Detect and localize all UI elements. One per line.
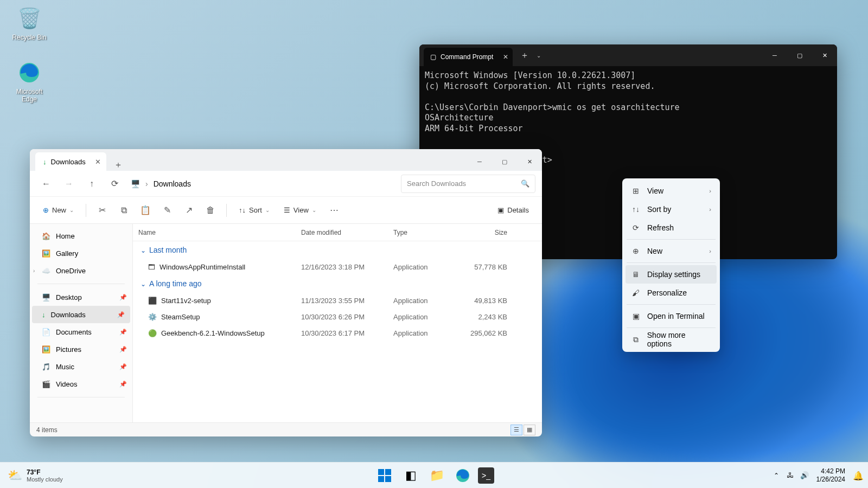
sidebar-downloads[interactable]: ↓Downloads📌 [32, 306, 130, 323]
desktop-icon-edge[interactable]: Microsoft Edge [9, 60, 50, 103]
col-date[interactable]: Date modified [296, 229, 388, 236]
pc-icon[interactable]: 🖥️ [131, 179, 140, 188]
sort-icon: ↑↓ [631, 205, 641, 214]
cut-icon[interactable]: ✂ [93, 201, 111, 220]
group-last-month[interactable]: Last month [133, 241, 542, 259]
weather-cond: Mostly cloudy [27, 476, 63, 483]
explorer-new-tab[interactable]: ＋ [106, 159, 130, 171]
pictures-icon: 🖼️ [42, 345, 50, 354]
maximize-button[interactable]: ▢ [787, 44, 812, 66]
taskbar-terminal[interactable]: >_ [478, 467, 494, 484]
view-icon: ⊞ [631, 187, 641, 195]
volume-icon[interactable]: 🔊 [800, 471, 809, 479]
sidebar-pictures[interactable]: 🖼️Pictures📌 [30, 341, 132, 358]
start-button[interactable] [374, 465, 395, 486]
chevron-right-icon[interactable]: › [145, 179, 148, 188]
chevron-right-icon: › [709, 248, 711, 254]
taskbar-clock[interactable]: 4:42 PM 1/26/2024 [816, 467, 845, 483]
file-row[interactable]: 🗔WindowsAppRuntimeInstall 12/16/2023 3:1… [133, 259, 542, 275]
sidebar-home[interactable]: 🏠Home [30, 227, 132, 245]
app-icon: 🟢 [148, 329, 157, 337]
back-button[interactable]: ← [36, 174, 56, 194]
sidebar-gallery[interactable]: 🖼️Gallery [30, 245, 132, 262]
file-row[interactable]: ⚙️SteamSetup 10/30/2023 6:26 PMApplicati… [133, 309, 542, 325]
search-input[interactable]: Search Downloads 🔍 [401, 175, 535, 193]
file-row[interactable]: 🟢Geekbench-6.2.1-WindowsSetup 10/30/2023… [133, 325, 542, 341]
close-button[interactable]: ✕ [517, 152, 542, 171]
taskview-button[interactable]: ◧ [400, 465, 422, 486]
desktop-icon: 🖥️ [42, 293, 50, 301]
desktop-icon-recycle-bin[interactable]: 🗑️ Recycle Bin [9, 5, 50, 41]
forward-button[interactable]: → [59, 174, 79, 194]
maximize-button[interactable]: ▢ [492, 152, 517, 171]
col-size[interactable]: Size [458, 229, 513, 236]
pin-icon[interactable]: 📌 [119, 381, 127, 388]
sidebar-documents[interactable]: 📄Documents📌 [30, 323, 132, 341]
chevron-right-icon[interactable]: › [33, 268, 35, 274]
share-icon[interactable]: ↗ [180, 201, 198, 220]
details-button[interactable]: ▣Details [492, 201, 534, 220]
ctx-refresh[interactable]: ⟳Refresh [626, 219, 717, 237]
weather-icon: ⛅ [8, 468, 22, 483]
breadcrumb-current[interactable]: Downloads [154, 179, 191, 188]
sidebar-videos[interactable]: 🎬Videos📌 [30, 375, 132, 393]
sort-button[interactable]: ↑↓Sort⌄ [233, 201, 275, 220]
ctx-show-more[interactable]: ⧉Show more options [626, 330, 717, 349]
ctx-open-terminal[interactable]: ▣Open in Terminal [626, 307, 717, 325]
sidebar-desktop[interactable]: 🖥️Desktop📌 [30, 288, 132, 306]
group-long-ago[interactable]: A long time ago [133, 275, 542, 292]
ctx-view[interactable]: ⊞View› [626, 182, 717, 200]
pin-icon[interactable]: 📌 [117, 311, 125, 318]
terminal-tab[interactable]: ▢ Command Prompt ✕ [424, 48, 513, 66]
explorer-address-bar: ← → ↑ ⟳ 🖥️ › Downloads Search Downloads … [30, 171, 542, 197]
sidebar-music[interactable]: 🎵Music📌 [30, 358, 132, 375]
delete-icon[interactable]: 🗑 [201, 201, 220, 220]
taskbar-weather[interactable]: ⛅ 73°F Mostly cloudy [8, 468, 63, 483]
pin-icon[interactable]: 📌 [119, 294, 127, 301]
ctx-display-settings[interactable]: 🖥Display settings [626, 265, 717, 284]
new-button[interactable]: ⊕New⌄ [37, 201, 79, 220]
column-headers: Name Date modified Type Size [133, 224, 542, 241]
details-view-button[interactable]: ☰ [510, 425, 522, 435]
view-button[interactable]: ☰View⌄ [278, 201, 322, 220]
refresh-icon: ⟳ [631, 223, 641, 232]
ctx-new[interactable]: ⊕New› [626, 242, 717, 260]
clock-date: 1/26/2024 [816, 476, 845, 483]
sidebar-onedrive[interactable]: ›☁️OneDrive [30, 262, 132, 279]
col-name[interactable]: Name [133, 229, 296, 236]
taskbar-explorer[interactable]: 📁 [426, 465, 448, 486]
search-icon: 🔍 [521, 179, 529, 188]
pin-icon[interactable]: 📌 [119, 329, 127, 336]
terminal-titlebar[interactable]: ▢ Command Prompt ✕ ＋ ⌄ ─ ▢ ✕ [419, 44, 837, 66]
pin-icon[interactable]: 📌 [119, 363, 127, 370]
svg-rect-2 [385, 469, 391, 475]
terminal-dropdown-icon[interactable]: ⌄ [537, 53, 541, 59]
close-button[interactable]: ✕ [812, 44, 837, 66]
tray-chevron-icon[interactable]: ⌃ [774, 472, 779, 479]
refresh-button[interactable]: ⟳ [105, 174, 124, 194]
paste-icon[interactable]: 📋 [136, 201, 155, 220]
col-type[interactable]: Type [388, 229, 458, 236]
ctx-personalize[interactable]: 🖌Personalize [626, 284, 717, 302]
rename-icon[interactable]: ✎ [158, 201, 176, 220]
explorer-tab[interactable]: ↓ Downloads ✕ [35, 152, 106, 171]
file-row[interactable]: ⬛Start11v2-setup 11/13/2023 3:55 PMAppli… [133, 292, 542, 309]
app-icon: 🗔 [148, 263, 155, 271]
more-icon[interactable]: ⋯ [325, 201, 343, 220]
pin-icon[interactable]: 📌 [119, 346, 127, 353]
minimize-button[interactable]: ─ [467, 152, 492, 171]
tab-close-icon[interactable]: ✕ [503, 53, 508, 61]
svg-rect-4 [385, 476, 391, 482]
minimize-button[interactable]: ─ [762, 44, 787, 66]
copy-icon[interactable]: ⧉ [114, 201, 133, 220]
network-icon[interactable]: 🖧 [787, 471, 794, 479]
desktop-context-menu: ⊞View› ↑↓Sort by› ⟳Refresh ⊕New› 🖥Displa… [622, 178, 720, 352]
thumbnails-view-button[interactable]: ▦ [524, 425, 535, 435]
ctx-sort[interactable]: ↑↓Sort by› [626, 200, 717, 219]
up-button[interactable]: ↑ [82, 174, 101, 194]
notifications-icon[interactable]: 🔔 [853, 471, 863, 480]
taskbar-edge[interactable] [452, 465, 474, 486]
tab-close-icon[interactable]: ✕ [95, 158, 101, 166]
search-placeholder: Search Downloads [407, 179, 516, 188]
terminal-new-tab[interactable]: ＋ [513, 50, 537, 61]
